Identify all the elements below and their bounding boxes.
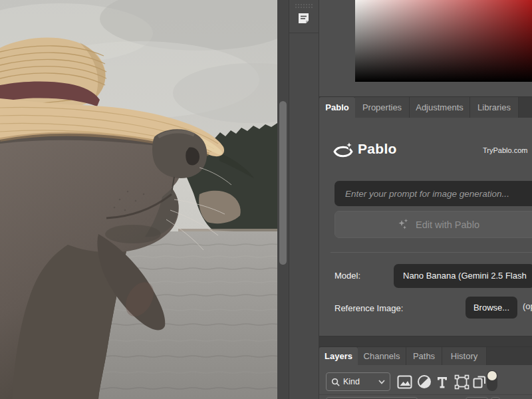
edit-with-pablo-label: Edit with Pablo xyxy=(416,219,479,230)
search-icon xyxy=(331,378,340,386)
tab-layers[interactable]: Layers xyxy=(319,347,358,365)
browse-button[interactable]: Browse... xyxy=(466,297,517,319)
edit-with-pablo-button[interactable]: Edit with Pablo xyxy=(334,211,532,238)
tab-history[interactable]: History xyxy=(442,347,487,365)
dock-grip xyxy=(295,4,313,5)
tab-channels[interactable]: Channels xyxy=(358,347,406,365)
reference-image-label: Reference Image: xyxy=(334,303,403,313)
pixel-layer-filter-icon[interactable] xyxy=(396,374,412,390)
tab-pablo[interactable]: Pablo xyxy=(319,97,355,118)
dog-photo xyxy=(0,0,277,399)
chevron-down-icon xyxy=(378,380,385,384)
kind-label: Kind xyxy=(343,377,375,386)
vertical-scrollbar-thumb[interactable] xyxy=(279,101,287,265)
row-divider xyxy=(319,394,532,395)
layers-tabbar: Layers Channels Paths History xyxy=(319,346,532,365)
model-select[interactable]: Nano Banana (Gemini 2.5 Flash xyxy=(394,264,532,288)
pablo-logo-icon xyxy=(332,140,354,164)
shape-layer-filter-icon[interactable] xyxy=(454,374,469,390)
layer-filter-toggle[interactable] xyxy=(487,370,497,391)
layer-filter-kind-select[interactable]: Kind xyxy=(326,372,390,391)
sparkles-icon xyxy=(397,218,410,231)
notes-icon xyxy=(297,12,311,29)
tab-paths[interactable]: Paths xyxy=(406,347,442,365)
adjustment-layer-filter-icon[interactable] xyxy=(416,374,432,390)
collapsed-panel-dock xyxy=(289,0,319,399)
dock-grip xyxy=(295,7,313,8)
pablo-panel-title: Pablo xyxy=(358,141,397,157)
tabbar-filler xyxy=(519,97,532,118)
editor-window: Pablo Properties Adjustments Libraries P… xyxy=(0,0,532,399)
panel-column: Pablo Properties Adjustments Libraries P… xyxy=(319,0,532,399)
panel-group-divider xyxy=(319,336,532,346)
section-divider xyxy=(331,252,532,253)
trypablo-link[interactable]: TryPablo.com xyxy=(483,146,527,154)
tabbar-filler xyxy=(487,347,532,365)
notes-panel-button[interactable] xyxy=(289,0,319,33)
tab-libraries[interactable]: Libraries xyxy=(470,97,519,118)
tab-adjustments[interactable]: Adjustments xyxy=(410,97,470,118)
color-picker-field[interactable] xyxy=(355,0,532,82)
model-label: Model: xyxy=(334,271,360,281)
prompt-input[interactable] xyxy=(334,181,532,206)
document-canvas[interactable] xyxy=(0,0,277,399)
type-layer-filter-icon[interactable] xyxy=(434,374,450,390)
tab-properties[interactable]: Properties xyxy=(355,97,410,118)
toggle-knob xyxy=(487,371,497,380)
reference-optional-hint: (optional) xyxy=(523,301,532,311)
smart-object-filter-icon[interactable] xyxy=(471,374,487,390)
panel-tabbar: Pablo Properties Adjustments Libraries xyxy=(319,96,532,118)
